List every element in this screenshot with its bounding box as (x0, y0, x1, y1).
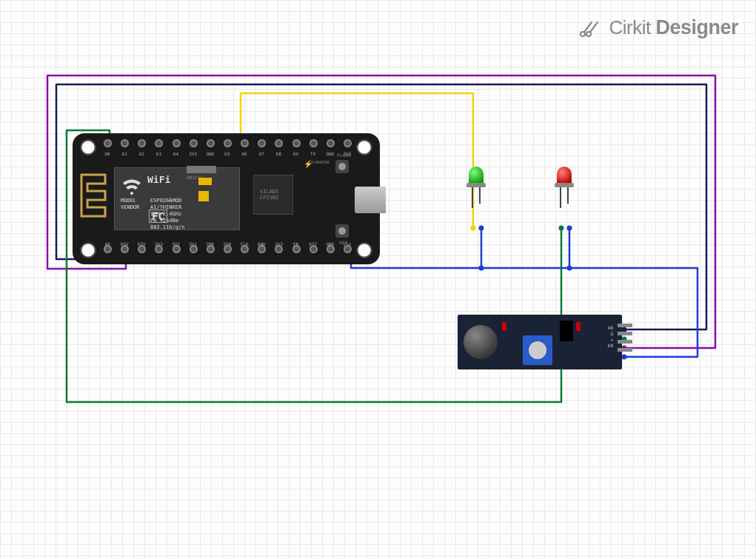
pin-3v3[interactable] (190, 139, 198, 147)
pin-gnd[interactable] (207, 139, 215, 147)
mount-hole (356, 242, 372, 258)
pin-d1[interactable] (121, 139, 129, 147)
pin-d2[interactable] (138, 139, 146, 147)
wifi-label: WiFi (147, 174, 170, 187)
pin-label: EN (290, 241, 302, 247)
flash-label: FLASH (337, 153, 350, 158)
pin-label: RSV (136, 241, 147, 247)
pin-header-bottom[interactable]: A0RSVRSVSD3SD2SD1CMDSD0CLKGND3V3ENRSTGND… (104, 245, 352, 258)
wifi-icon (121, 173, 143, 195)
chip-label: SILABSCP2102 (260, 189, 278, 201)
brand-label: AYARAFUN (311, 160, 329, 164)
led-cathode[interactable] (479, 187, 481, 204)
pin-label: SD1 (187, 241, 199, 247)
svg-point-2 (581, 32, 585, 36)
wifi-antenna-icon (78, 172, 108, 224)
microphone-icon (464, 325, 498, 359)
svg-point-14 (622, 355, 627, 360)
pin-label: RX (290, 151, 302, 156)
pin-label: SD3 (153, 241, 164, 247)
sensor-header-pins[interactable] (618, 324, 632, 352)
voltage-regulator (187, 166, 216, 173)
model-vendor-label: MODELVENDOR (121, 198, 139, 211)
usb-serial-chip: SILABSCP2102 (253, 175, 293, 215)
svg-point-3 (586, 32, 591, 36)
reset-button[interactable] (335, 224, 349, 238)
wiring-canvas (0, 0, 756, 559)
app-logo: Cirkit Designer (578, 16, 739, 39)
pin-label: A0 (101, 241, 113, 247)
pin-label: SD0 (221, 241, 233, 247)
pin-label: GND (204, 151, 216, 156)
esp8266-shield: WiFi MODELVENDOR ESP8266MOD AI/THINKER I… (114, 167, 240, 230)
led-anode[interactable] (560, 187, 561, 208)
nodemcu-board[interactable]: /*placeholder*/ D0D1D2D3D43V3GNDD5D6D7D8… (73, 133, 380, 264)
led-cathode[interactable] (567, 187, 569, 204)
pin-d8[interactable] (275, 139, 283, 147)
pin-label: D4 (170, 151, 182, 156)
status-led-icon (576, 322, 581, 331)
pin-label: D5 (221, 151, 233, 156)
pin-d5[interactable] (224, 139, 232, 147)
sound-sensor-module[interactable]: A0 G + D0 (458, 315, 622, 369)
logo-text: Cirkit Designer (609, 16, 739, 39)
pin-label: TX (307, 151, 319, 156)
pin-d0[interactable] (104, 139, 112, 147)
pin-rx[interactable] (292, 139, 301, 147)
sensor-pin-vcc[interactable] (618, 340, 632, 344)
pin-label: RSV (118, 241, 130, 247)
smd-cap (198, 178, 212, 185)
pin-label: CLK (238, 241, 250, 247)
pin-label: D0 (101, 151, 113, 156)
pin-label: GND (255, 241, 267, 247)
svg-point-6 (471, 226, 476, 231)
pin-label: D1 (118, 151, 130, 156)
pin-label: D8 (272, 151, 284, 156)
pin-label: D3 (153, 151, 164, 156)
led-rim (555, 183, 574, 187)
svg-point-7 (479, 226, 484, 231)
pin-label: RST (307, 241, 319, 247)
svg-point-4 (479, 266, 484, 271)
smd-cap (198, 191, 209, 201)
svg-point-9 (567, 226, 572, 231)
sensor-pin-labels: A0 G + D0 (608, 325, 613, 348)
sensor-pin-gnd[interactable] (618, 332, 632, 335)
led-anode[interactable] (472, 187, 473, 208)
pin-label: GND (324, 151, 336, 156)
svg-point-8 (559, 226, 564, 231)
power-led-icon (502, 322, 506, 331)
rst-label: RST (339, 240, 347, 245)
pin-tx[interactable] (310, 139, 318, 147)
svg-point-5 (567, 266, 572, 271)
pin-3v3[interactable] (344, 139, 352, 147)
led-red[interactable] (555, 167, 574, 195)
pin-d7[interactable] (258, 139, 266, 147)
pin-label: D2 (136, 151, 147, 156)
led-rim (466, 183, 486, 187)
pin-header-top[interactable]: /*placeholder*/ D0D1D2D3D43V3GNDD5D6D7D8… (104, 139, 352, 153)
pin-d6[interactable] (241, 139, 249, 147)
fcc-mark: FC (149, 210, 167, 223)
sensor-pin-a0[interactable] (618, 324, 632, 327)
led-green[interactable] (466, 167, 486, 195)
mount-hole (356, 139, 372, 155)
flash-button[interactable] (335, 160, 349, 173)
sensor-pin-d0[interactable] (618, 348, 632, 352)
pin-gnd[interactable] (327, 139, 335, 147)
pin-d4[interactable] (173, 139, 181, 147)
pin-label: D6 (238, 151, 250, 156)
pin-label: GND (324, 241, 336, 247)
mount-hole (80, 242, 96, 258)
potentiometer[interactable] (523, 335, 552, 365)
mount-hole (80, 139, 96, 155)
pin-label: 3V3 (187, 151, 199, 156)
pin-label: D7 (255, 151, 267, 156)
pin-d3[interactable] (155, 139, 163, 147)
comparator-ic (560, 321, 573, 341)
pin-label: SD2 (170, 241, 182, 247)
micro-usb-port[interactable] (355, 187, 386, 213)
pin-label: 3V3 (272, 241, 284, 247)
pin-label: CMD (204, 241, 216, 247)
